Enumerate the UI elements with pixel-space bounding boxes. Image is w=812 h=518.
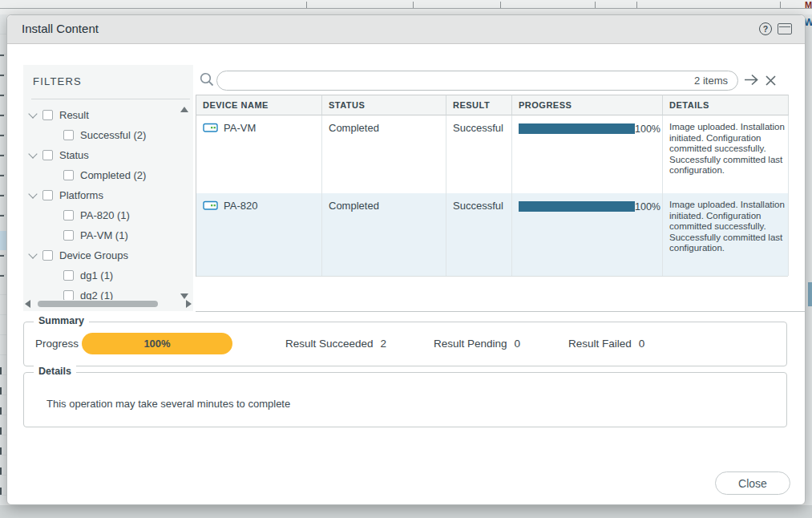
background-text-fragments <box>0 367 2 374</box>
stat-value: 0 <box>515 338 521 350</box>
checkbox[interactable] <box>63 270 74 281</box>
checkbox[interactable] <box>63 170 74 180</box>
background-selected-row-fragment <box>0 231 6 250</box>
checkbox[interactable] <box>63 290 74 300</box>
checkbox[interactable] <box>63 210 74 221</box>
items-count-badge: 2 items <box>694 75 728 87</box>
window-panel-icon[interactable] <box>778 23 792 34</box>
progress-bar <box>519 123 635 134</box>
filter-label: Device Groups <box>59 249 128 261</box>
device-name: PA-VM <box>224 122 256 134</box>
stat-result-failed: Result Failed 0 <box>568 338 644 350</box>
background-scrollbar-fragment <box>808 282 812 306</box>
device-name: PA-820 <box>224 200 257 212</box>
vertical-scrollbar[interactable] <box>180 107 189 299</box>
scroll-up-icon[interactable] <box>180 107 188 112</box>
summary-progress-pill: 100% <box>82 333 232 354</box>
column-header-status[interactable]: STATUS <box>322 95 446 115</box>
horizontal-scrollbar[interactable] <box>25 300 192 309</box>
close-button[interactable]: Close <box>715 471 790 495</box>
filter-group-device-groups[interactable]: Device Groups <box>23 245 180 265</box>
scrollbar-thumb[interactable] <box>38 301 158 307</box>
background-text-fragment: M <box>805 0 812 10</box>
clear-filter-x-icon[interactable] <box>765 75 777 90</box>
background-page-bottom: to read upgrade info. Please try again l… <box>0 505 812 518</box>
table-row[interactable]: PA-VM Completed Successful 100% Image up… <box>196 115 788 193</box>
filters-title: FILTERS <box>33 75 82 87</box>
checkbox[interactable] <box>42 110 53 120</box>
stat-value: 0 <box>639 338 645 350</box>
filter-label: PA-820 (1) <box>80 209 130 221</box>
details-section: Details This operation may take several … <box>23 372 787 427</box>
stat-result-pending: Result Pending 0 <box>434 338 520 350</box>
filter-item-completed[interactable]: Completed (2) <box>23 165 180 185</box>
filter-label: Status <box>59 149 89 161</box>
stat-value: 2 <box>381 338 387 350</box>
filter-label: dg2 (1) <box>80 289 113 300</box>
filter-group-status[interactable]: Status <box>23 145 180 165</box>
filter-item-successful[interactable]: Successful (2) <box>23 125 180 145</box>
filter-tree: Result Successful (2) Status Completed (… <box>23 105 180 300</box>
chevron-down-icon[interactable] <box>28 109 37 118</box>
dialog-header-icons: ? <box>759 22 792 35</box>
help-icon[interactable]: ? <box>759 22 772 35</box>
device-details: Image uploaded. Installation initiated. … <box>663 115 789 193</box>
scroll-down-icon[interactable] <box>180 293 188 299</box>
divider <box>31 99 190 99</box>
stat-label: Result Failed <box>568 338 632 350</box>
filter-label: Completed (2) <box>80 169 146 181</box>
filter-label: Result <box>59 109 89 121</box>
progress-bar <box>519 201 635 212</box>
scroll-left-icon[interactable] <box>25 300 30 308</box>
filter-label: Platforms <box>59 189 103 201</box>
filter-item-dg1[interactable]: dg1 (1) <box>23 265 180 285</box>
device-result: Successful <box>446 115 512 193</box>
checkbox[interactable] <box>63 130 74 140</box>
chevron-down-icon[interactable] <box>28 249 37 258</box>
background-page-top <box>0 0 812 14</box>
stat-result-succeeded: Result Succeeded 2 <box>285 338 386 350</box>
search-field[interactable]: 2 items <box>216 71 738 91</box>
device-details: Image uploaded. Installation initiated. … <box>663 193 789 276</box>
filters-panel: FILTERS Result Successful (2) Status <box>23 65 193 311</box>
divider <box>196 311 805 312</box>
table-row[interactable]: PA-820 Completed Successful 100% Image u… <box>196 193 788 277</box>
chevron-down-icon[interactable] <box>28 189 37 198</box>
filter-item-dg2[interactable]: dg2 (1) <box>23 285 180 300</box>
apply-filter-arrow-icon[interactable] <box>743 73 760 90</box>
progress-percent: 100% <box>635 201 661 212</box>
column-header-progress[interactable]: PROGRESS <box>512 95 663 115</box>
summary-progress-label: Progress <box>35 338 79 350</box>
checkbox[interactable] <box>63 230 74 241</box>
search-icon <box>199 71 215 91</box>
stat-label: Result Pending <box>434 338 507 350</box>
scroll-right-icon[interactable] <box>186 300 192 308</box>
search-input[interactable] <box>227 75 694 87</box>
column-header-details[interactable]: DETAILS <box>663 95 789 115</box>
background-page-left <box>0 14 6 505</box>
filter-item-pa-820[interactable]: PA-820 (1) <box>23 205 180 225</box>
filter-item-pa-vm[interactable]: PA-VM (1) <box>23 225 180 245</box>
details-message: This operation may take several minutes … <box>46 398 290 410</box>
chevron-down-icon[interactable] <box>28 149 37 158</box>
filter-label: Successful (2) <box>80 129 146 141</box>
table-header: DEVICE NAME STATUS RESULT PROGRESS DETAI… <box>196 95 788 115</box>
checkbox[interactable] <box>42 250 53 261</box>
device-result: Successful <box>446 193 512 276</box>
dialog-header: Install Content ? <box>7 15 805 44</box>
filter-label: dg1 (1) <box>80 269 113 281</box>
background-column-ticks <box>306 2 307 8</box>
checkbox[interactable] <box>42 150 53 160</box>
background-divider <box>0 8 812 9</box>
progress-percent: 100% <box>635 123 661 135</box>
screen: M W to read upgrade info. Please try aga… <box>0 0 812 518</box>
column-header-device-name[interactable]: DEVICE NAME <box>196 95 322 115</box>
firewall-device-icon <box>203 122 219 134</box>
filter-group-platforms[interactable]: Platforms <box>23 185 180 205</box>
filter-group-result[interactable]: Result <box>23 105 180 125</box>
column-header-result[interactable]: RESULT <box>446 95 512 115</box>
dialog-title: Install Content <box>22 22 99 35</box>
install-content-dialog: Install Content ? FILTERS Result Success… <box>6 14 806 505</box>
checkbox[interactable] <box>42 190 53 200</box>
device-status: Completed <box>322 115 446 193</box>
